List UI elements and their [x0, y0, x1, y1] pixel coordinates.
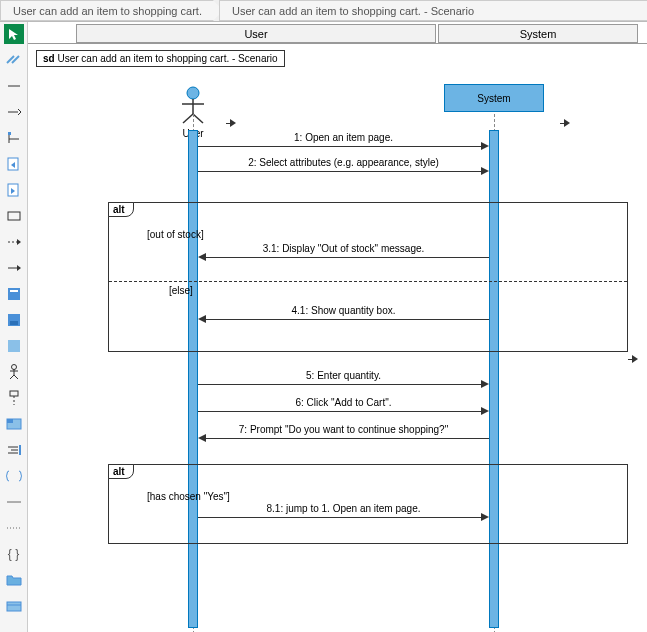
align-icon[interactable]	[4, 440, 24, 460]
message-5-line	[198, 384, 483, 385]
page-back-icon[interactable]	[4, 154, 24, 174]
svg-rect-11	[10, 290, 18, 292]
message-8-1[interactable]: 8.1: jump to 1. Open an item page.	[198, 503, 489, 514]
svg-rect-2	[8, 132, 11, 135]
svg-line-18	[10, 375, 14, 379]
message-8-1-line	[198, 517, 483, 518]
breadcrumb-item-2[interactable]: User can add an item to shopping cart. -…	[219, 0, 647, 21]
resize-handle-icon[interactable]	[628, 356, 638, 364]
svg-rect-7	[8, 212, 20, 220]
svg-line-36	[193, 114, 203, 123]
message-3-1-line	[206, 257, 489, 258]
message-7-line	[206, 438, 489, 439]
card-icon[interactable]	[4, 596, 24, 616]
resize-handle-icon[interactable]	[226, 120, 236, 128]
alt-divider	[109, 281, 627, 282]
svg-rect-20	[10, 391, 18, 396]
arrow-left-icon	[198, 253, 206, 261]
guard-out-of-stock[interactable]: [out of stock]	[147, 229, 204, 240]
swimlane-headers: User System	[28, 22, 647, 44]
cursor-tool-icon[interactable]	[4, 24, 24, 44]
diagram-frame-title[interactable]: sd User can add an item to shopping cart…	[36, 50, 285, 67]
braces-icon[interactable]	[4, 466, 24, 486]
svg-rect-23	[7, 419, 13, 423]
svg-line-19	[14, 375, 18, 379]
line-style-icon[interactable]	[4, 492, 24, 512]
lifeline-icon[interactable]	[4, 388, 24, 408]
message-6-line	[198, 411, 483, 412]
alt-label: alt	[108, 202, 134, 217]
anchor-icon[interactable]	[4, 128, 24, 148]
toolbox: { }	[0, 22, 28, 632]
breadcrumb: User can add an item to shopping cart. U…	[0, 0, 647, 22]
solid-arrow-icon[interactable]	[4, 258, 24, 278]
note-dark-icon[interactable]	[4, 310, 24, 330]
message-5[interactable]: 5: Enter quantity.	[198, 370, 489, 381]
message-1[interactable]: 1: Open an item page.	[198, 132, 489, 143]
arrow-right-icon	[481, 380, 489, 388]
guard-else[interactable]: [else]	[169, 285, 193, 296]
fragment-icon[interactable]	[4, 414, 24, 434]
box-icon[interactable]	[4, 206, 24, 226]
curly-icon[interactable]: { }	[4, 544, 24, 564]
arrow-right-icon	[481, 167, 489, 175]
column-header-user[interactable]: User	[76, 24, 436, 43]
message-2[interactable]: 2: Select attributes (e.g. appearance, s…	[198, 157, 489, 168]
arrow-right-icon	[481, 407, 489, 415]
folder-icon[interactable]	[4, 570, 24, 590]
note-light-icon[interactable]	[4, 336, 24, 356]
svg-rect-14	[8, 340, 20, 352]
arrow-left-icon	[198, 315, 206, 323]
svg-point-15	[11, 365, 16, 370]
message-6[interactable]: 6: Click "Add to Cart".	[198, 397, 489, 408]
dash-arrow-icon[interactable]	[4, 232, 24, 252]
guard-has-chosen-yes[interactable]: [has chosen "Yes"]	[147, 491, 230, 502]
breadcrumb-item-1[interactable]: User can add an item to shopping cart.	[0, 0, 223, 21]
note-blue-icon[interactable]	[4, 284, 24, 304]
message-4-1-line	[206, 319, 489, 320]
line-icon[interactable]	[4, 76, 24, 96]
message-7[interactable]: 7: Prompt "Do you want to continue shopp…	[198, 424, 489, 435]
alt-label: alt	[108, 464, 134, 479]
ruler-icon[interactable]	[4, 50, 24, 70]
arrow-right-icon	[481, 142, 489, 150]
message-4-1[interactable]: 4.1: Show quantity box.	[198, 305, 489, 316]
message-1-line	[198, 146, 483, 147]
svg-point-32	[187, 87, 199, 99]
arrow-left-icon	[198, 434, 206, 442]
message-2-line	[198, 171, 483, 172]
canvas[interactable]: User System sd User can add an item to s…	[28, 22, 647, 632]
page-front-icon[interactable]	[4, 180, 24, 200]
participant-system[interactable]: System	[444, 84, 544, 112]
arrow-right-icon	[481, 513, 489, 521]
svg-rect-10	[8, 288, 20, 300]
alt-fragment-1[interactable]: alt [out of stock] [else]	[108, 202, 628, 352]
svg-rect-30	[7, 602, 21, 611]
svg-line-35	[183, 114, 193, 123]
frame-text: User can add an item to shopping cart. -…	[57, 53, 277, 64]
actor-icon[interactable]	[4, 362, 24, 382]
message-3-1[interactable]: 3.1: Display "Out of stock" message.	[198, 243, 489, 254]
dotted-icon[interactable]	[4, 518, 24, 538]
column-header-system[interactable]: System	[438, 24, 638, 43]
svg-rect-13	[10, 321, 18, 325]
frame-prefix: sd	[43, 53, 55, 64]
arrow-icon[interactable]	[4, 102, 24, 122]
resize-handle-icon[interactable]	[560, 120, 570, 128]
sequence-diagram: sd User can add an item to shopping cart…	[28, 44, 647, 624]
